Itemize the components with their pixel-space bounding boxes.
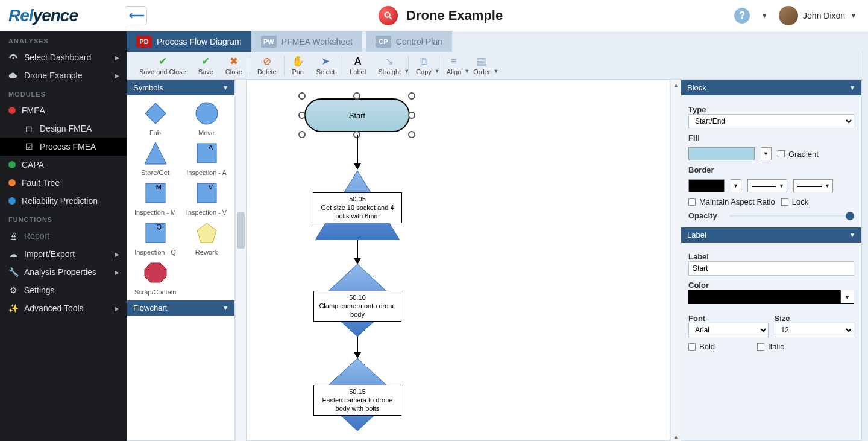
collapse-caret-icon: ▼ [849,232,855,238]
palette-scrollbar[interactable] [235,80,246,441]
palette-header-symbols[interactable]: Symbols ▼ [127,80,234,95]
sidebar-item-drone-example[interactable]: Drone Example ▶ [0,66,127,84]
help-icon[interactable]: ? [734,8,750,24]
svg-point-0 [385,12,390,17]
border-color-dropdown[interactable]: ▼ [731,179,741,192]
close-button[interactable]: ✖ Close [219,55,248,77]
selection-handle[interactable] [298,92,306,100]
selection-handle[interactable] [408,112,415,119]
checkbox-icon [778,150,785,157]
canvas-scrollbar[interactable]: ▴ ▴ [670,80,681,441]
label-border: Border [688,165,854,174]
connector[interactable] [357,240,358,259]
document-tabs: PD Process Flow Diagram PW PFMEA Workshe… [127,31,868,52]
node-fab-1[interactable]: 50.10 Clamp camera onto drone body [318,264,397,337]
symbol-inspection-a[interactable]: A Inspection - A [182,140,231,176]
selection-handle[interactable] [408,131,415,138]
module-dot-icon [8,197,16,205]
tab-control-plan[interactable]: CP Control Plan [366,31,452,52]
sidebar-item-reliability[interactable]: Reliability Prediction [0,192,127,210]
connector[interactable] [357,135,358,165]
props-header-block[interactable]: Block ▼ [681,80,861,95]
palette-body: Fab Move Store/Get [127,95,234,300]
save-and-close-button[interactable]: ✔ Save and Close [133,55,192,77]
label-button[interactable]: A Label [344,55,372,77]
symbol-label: Inspection - A [186,169,227,176]
symbol-fab[interactable]: Fab [131,100,180,136]
order-button[interactable]: ▤ Order ▼ [467,55,496,77]
maintain-aspect-checkbox[interactable]: Maintain Aspect Ratio [688,197,775,206]
svg-text:A: A [208,144,213,151]
fill-color-swatch[interactable] [688,147,755,160]
sidebar-item-capa[interactable]: CAPA [0,156,127,174]
label-size: Size [775,314,855,323]
gradient-checkbox[interactable]: Gradient [778,150,819,159]
user-menu[interactable]: John Dixon ▼ [779,6,857,25]
symbol-label: Store/Get [141,169,169,176]
fill-color-dropdown[interactable]: ▼ [761,147,772,160]
symbol-inspection-v[interactable]: V Inspection - V [182,180,231,216]
symbol-inspection-q[interactable]: Q Inspection - Q [131,220,180,256]
sidebar-item-select-dashboard[interactable]: Select Dashboard ▶ [0,48,127,66]
selection-handle[interactable] [408,92,415,100]
line-weight-select[interactable]: ▼ [747,179,787,192]
tool-label: Straight [378,68,401,75]
lock-checkbox[interactable]: Lock [781,197,808,206]
symbol-palette-wrap: Symbols ▼ Fab Move [127,80,246,441]
node-start[interactable]: Start [304,98,410,132]
palette-header-flowchart[interactable]: Flowchart ▼ [127,300,234,316]
help-dropdown-caret[interactable]: ▼ [761,11,768,20]
type-select[interactable]: Start/End [688,114,854,128]
line-style-select[interactable]: ▼ [793,179,833,192]
symbol-store-get[interactable]: Store/Get [131,140,180,176]
straight-connector-button[interactable]: ↘ Straight ▼ [372,55,407,77]
node-fab-2[interactable]: 50.15 Fasten camera to drone body with b… [318,358,397,431]
sidebar-item-fmea[interactable]: FMEA [0,101,127,119]
selection-handle[interactable] [353,92,360,100]
diagram-canvas[interactable]: Start [246,80,670,441]
slider-thumb[interactable] [846,212,854,220]
font-select[interactable]: Arial [688,323,769,337]
scrollbar-thumb[interactable] [237,212,245,249]
label-input[interactable] [688,261,854,276]
node-store-get[interactable]: 50.05 Get size 10 socket and 4 bolts wit… [315,171,400,240]
symbol-move[interactable]: Move [182,100,231,136]
sidebar-item-settings[interactable]: ⚙ Settings [0,281,127,299]
selection-handle[interactable] [298,112,306,119]
tab-process-flow[interactable]: PD Process Flow Diagram [127,31,251,52]
sidebar-item-analysis-properties[interactable]: 🔧 Analysis Properties ▶ [0,263,127,281]
hand-icon: ✋ [292,56,304,67]
selection-handle[interactable] [298,131,306,138]
symbol-inspection-m[interactable]: M Inspection - M [131,180,180,216]
font-color-swatch[interactable]: ▼ [688,290,854,304]
sidebar-collapse-button[interactable]: ⟵ [127,6,147,25]
props-header-label[interactable]: Label ▼ [681,227,861,243]
sidebar-item-design-fmea[interactable]: ◻ Design FMEA [0,119,127,138]
symbol-rework[interactable]: Rework [182,220,231,256]
opacity-slider[interactable] [729,215,854,217]
sidebar-item-fault-tree[interactable]: Fault Tree [0,174,127,192]
italic-checkbox[interactable]: Italic [757,342,784,351]
align-button[interactable]: ≡ Align ▼ [441,55,467,77]
copy-button[interactable]: ⧉ Copy ▼ [410,55,438,77]
bold-checkbox[interactable]: Bold [688,342,715,351]
sidebar-item-import-export[interactable]: ☁ Import/Export ▶ [0,245,127,263]
select-button[interactable]: ➤ Select [310,55,341,77]
connector[interactable] [357,337,358,354]
sidebar-item-advanced-tools[interactable]: ✨ Advanced Tools ▶ [0,299,127,317]
delete-button[interactable]: ⊘ Delete [251,55,283,77]
pan-button[interactable]: ✋ Pan [286,55,310,77]
chevron-right-icon: ▶ [115,72,119,79]
font-color-dropdown[interactable]: ▼ [840,290,854,303]
sidebar-item-process-fmea[interactable]: ☑ Process FMEA [0,138,127,156]
sidebar-item-label: Analysis Properties [24,267,96,277]
tab-pfmea-worksheet[interactable]: PW PFMEA Worksheet [251,31,362,52]
symbol-scrap[interactable]: Scrap/Contain [131,259,180,296]
border-color-swatch[interactable] [688,179,725,192]
scroll-down-icon[interactable]: ▴ [671,431,681,441]
size-select[interactable]: 12 [775,323,855,337]
scroll-up-icon[interactable]: ▴ [671,80,681,89]
save-button[interactable]: ✔ Save [192,55,219,77]
sidebar-item-report[interactable]: 🖨 Report [0,227,127,245]
tool-label: Copy [416,68,432,75]
